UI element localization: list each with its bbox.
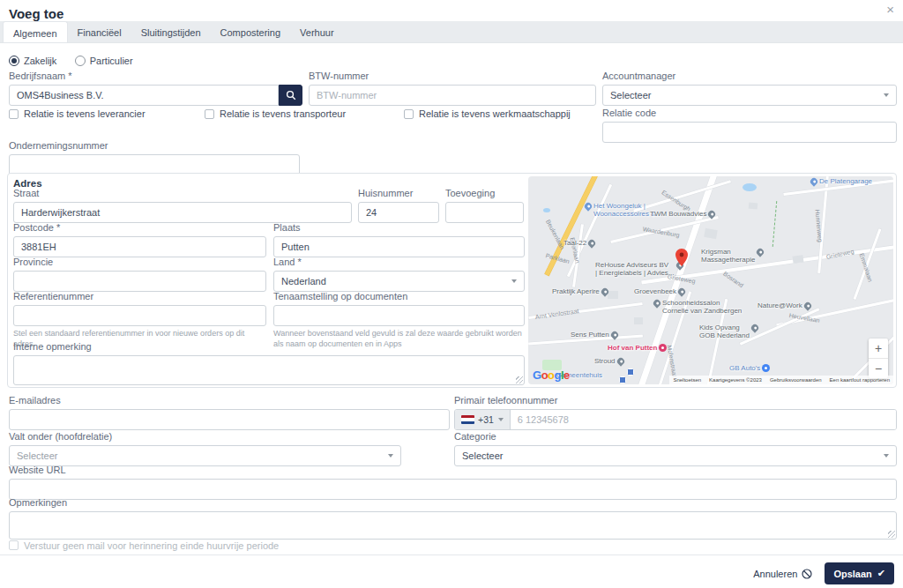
tab-compostering[interactable]: Compostering (211, 21, 290, 42)
field-interne-opmerking: Interne opmerking (13, 341, 525, 385)
tab-algemeen[interactable]: Algemeen (3, 21, 68, 42)
map-poi[interactable]: Stroud (594, 357, 624, 365)
google-logo[interactable]: Google (533, 368, 570, 382)
close-icon[interactable]: × (886, 3, 894, 16)
map-attribution-link[interactable]: Sneltoetsen (673, 377, 701, 383)
search-icon (286, 90, 296, 100)
map-decor (749, 203, 758, 210)
map-poi-label: Groevenbeek (634, 287, 676, 295)
radio-icon (9, 56, 19, 66)
transit-icon[interactable] (619, 376, 626, 383)
field-provincie: Provincie (13, 257, 266, 292)
provincie-input[interactable] (13, 271, 266, 292)
map[interactable]: EssenburghWaardenburgBeukenlaanParklaanE… (528, 176, 893, 384)
field-label: Accountmanager (602, 71, 897, 81)
phone-country-select[interactable]: +31 (455, 410, 511, 429)
map-attribution-link[interactable]: Kaartgegevens ©2023 (709, 377, 762, 383)
map-decor (608, 291, 618, 299)
radio-particulier[interactable]: Particulier (75, 56, 133, 66)
tab-sluitingstijden[interactable]: Sluitingstijden (131, 21, 211, 42)
checkbox-icon (9, 109, 19, 119)
map-water (743, 183, 757, 191)
tab-financieel[interactable]: Financiëel (68, 21, 131, 42)
postcode-input[interactable] (13, 236, 266, 257)
field-label: Relatie code (602, 108, 897, 118)
radio-zakelijk[interactable]: Zakelijk (9, 56, 56, 66)
map-poi[interactable]: GB Auto's (729, 364, 770, 372)
map-poi[interactable]: TWM Bouwadvies (650, 210, 715, 218)
bedrijfsnaam-input[interactable] (9, 85, 279, 106)
map-poi-label: Praktijk Aperire (552, 287, 600, 295)
toevoeging-input[interactable] (445, 202, 524, 223)
field-categorie: Categorie Selecteer (454, 431, 897, 466)
map-poi[interactable]: Groevenbeek (634, 287, 685, 295)
map-pin-icon (659, 344, 667, 352)
field-btw: BTW-nummer (309, 71, 596, 106)
netherlands-flag-icon (461, 415, 474, 424)
map-marker-icon[interactable] (675, 249, 688, 266)
checkbox-relatie-transporteur[interactable]: Relatie is tevens transporteur (205, 108, 346, 119)
field-toevoeging: Toevoeging (445, 188, 524, 223)
referentienummer-input[interactable] (13, 305, 266, 326)
map-pin-icon (750, 323, 759, 332)
checkbox-relatie-leverancier[interactable]: Relatie is tevens leverancier (9, 108, 146, 119)
checkbox-icon (205, 109, 214, 119)
map-attribution-link[interactable]: Een kaartfout rapporteren (830, 377, 890, 383)
cancel-button[interactable]: Annuleren (753, 569, 812, 579)
checkbox-relatie-werkmaatschappij[interactable]: Relatie is tevens werkmaatschappij (404, 108, 571, 119)
tenaamstelling-input[interactable] (273, 305, 525, 326)
tab-verhuur[interactable]: Verhuur (290, 21, 344, 42)
map-poi[interactable]: Taal-22 (563, 239, 595, 247)
btw-input[interactable] (309, 85, 596, 106)
field-label: Bedrijfsnaam * (9, 71, 302, 81)
email-input[interactable] (9, 409, 450, 430)
map-poi[interactable]: Sens Putten (571, 331, 618, 339)
land-select[interactable]: Nederland (273, 271, 525, 292)
map-pin-icon (587, 238, 597, 248)
company-search-button[interactable] (279, 85, 302, 106)
checkbox-huurvrij-herinnering[interactable]: Verstuur geen mail voor herinnering eind… (9, 540, 279, 551)
map-pin-icon (583, 201, 593, 211)
field-land: Land * Nederland (273, 257, 525, 292)
map-poi[interactable]: ReHouse Adviseurs BV | Energielabels | A… (595, 261, 683, 277)
interne-opmerking-textarea[interactable] (13, 355, 525, 385)
map-poi[interactable]: Krigsman Massagetherapie (701, 248, 764, 264)
map-pin-icon (809, 176, 818, 186)
map-poi[interactable]: Schoonheidssalon Cornelle van Zandbergen (653, 299, 742, 315)
map-pin-icon (707, 209, 717, 219)
relation-type-radio-group: Zakelijk Particulier (9, 54, 147, 70)
map-decor (634, 317, 643, 324)
field-email: E-mailadres (9, 395, 450, 430)
accountmanager-select[interactable]: Selecteer (602, 85, 897, 106)
relatie-code-input[interactable] (602, 122, 897, 143)
map-poi-label: ReHouse Adviseurs BV | Energielabels | A… (595, 261, 675, 277)
valt-onder-select[interactable]: Selecteer (9, 445, 401, 466)
chevron-down-icon (511, 279, 517, 283)
transit-icon[interactable] (627, 368, 634, 376)
save-button[interactable]: Opslaan ✔ (825, 562, 894, 584)
map-poi-label: Krigsman Massagetherapie (701, 248, 755, 264)
map-pin-icon (676, 287, 686, 296)
straat-input[interactable] (13, 202, 352, 223)
map-decor (704, 228, 718, 239)
map-poi[interactable]: Hof van Putten (608, 344, 667, 352)
map-decor (772, 201, 778, 247)
plaats-input[interactable] (273, 236, 525, 257)
adres-section: Adres Straat Huisnummer Toevoeging Postc… (7, 173, 897, 388)
zoom-in-button[interactable]: + (869, 339, 888, 359)
huisnummer-input[interactable] (358, 202, 439, 223)
map-poi[interactable]: Het Woongeluk | Woonaccessoires &.. (585, 202, 660, 218)
map-poi[interactable]: Nature@Work (757, 301, 811, 309)
map-pin-icon (609, 330, 619, 339)
map-poi[interactable]: Praktijk Aperire (552, 287, 608, 295)
tab-bar: Algemeen Financiëel Sluitingstijden Comp… (0, 21, 903, 43)
map-attribution-link[interactable]: Gebruiksvoorwaarden (770, 377, 822, 383)
opmerkingen-textarea[interactable] (9, 511, 897, 540)
phone-input[interactable] (511, 410, 896, 429)
map-poi[interactable]: De Platengarage (810, 177, 872, 185)
categorie-select[interactable]: Selecteer (454, 445, 897, 466)
page-title: Voeg toe (9, 6, 63, 21)
map-poi[interactable]: Kids Opvang GOB Nederland (699, 324, 758, 339)
map-street-label: Arnt Venlostraat (535, 308, 579, 320)
field-straat: Straat (13, 188, 352, 223)
